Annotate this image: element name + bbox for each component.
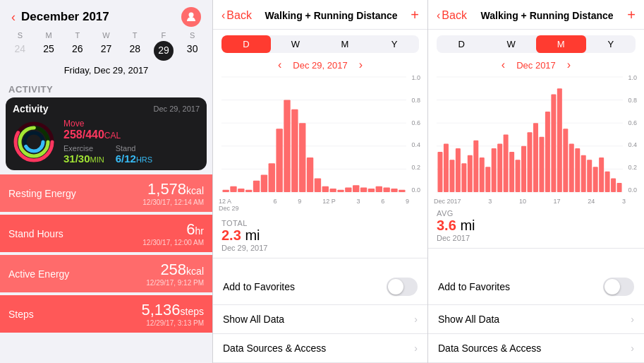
- metric-value: 1,578kcal: [142, 180, 204, 198]
- svg-rect-27: [329, 189, 336, 192]
- svg-rect-43: [437, 152, 442, 192]
- option-label: Add to Favorites: [223, 281, 295, 292]
- chart-svg: [434, 74, 638, 205]
- option-label: Show All Data: [438, 314, 499, 325]
- middle-back-button[interactable]: ‹ Back: [221, 9, 252, 22]
- tab-month[interactable]: M: [536, 35, 586, 53]
- svg-rect-72: [611, 178, 616, 192]
- option-favorites: Add to Favorites: [213, 269, 427, 305]
- chevron-right-icon: ›: [414, 343, 418, 354]
- svg-rect-23: [299, 123, 305, 192]
- tab-month[interactable]: M: [320, 35, 370, 53]
- svg-rect-19: [269, 163, 275, 192]
- toggle-knob: [604, 279, 620, 294]
- tab-year[interactable]: Y: [370, 35, 419, 53]
- stand-label: Stand: [116, 144, 152, 153]
- metric-value: 258kcal: [146, 261, 204, 279]
- cal-day[interactable]: 24: [6, 41, 35, 61]
- svg-rect-30: [353, 185, 359, 192]
- cal-day[interactable]: 28: [121, 41, 150, 61]
- svg-rect-63: [557, 88, 562, 192]
- avg-value: 3.6 mi: [437, 218, 636, 234]
- svg-rect-57: [521, 146, 526, 192]
- option-favorites: Add to Favorites: [428, 269, 644, 305]
- next-date-button[interactable]: ›: [567, 59, 571, 71]
- svg-rect-48: [468, 155, 473, 192]
- cal-day-selected[interactable]: 29: [154, 41, 174, 61]
- right-date-nav: ‹ Dec 2017 ›: [428, 56, 644, 74]
- svg-rect-50: [480, 157, 485, 192]
- tab-day[interactable]: D: [437, 35, 487, 53]
- total-sublabel: Dec 29, 2017: [221, 244, 419, 252]
- middle-chart-total: TOTAL 2.3 mi Dec 29, 2017: [213, 215, 427, 258]
- metric-label: Active Energy: [8, 268, 69, 280]
- avg-sublabel: Dec 2017: [437, 234, 636, 242]
- svg-rect-22: [291, 109, 298, 192]
- svg-rect-14: [230, 186, 236, 192]
- tab-week[interactable]: W: [487, 35, 537, 53]
- svg-rect-35: [391, 189, 397, 192]
- middle-panel-header: ‹ Back Walking + Running Distance +: [213, 0, 427, 30]
- option-show-all[interactable]: Show All Data ›: [428, 305, 644, 334]
- chevron-right-icon: ›: [414, 314, 418, 325]
- metric-steps[interactable]: Steps 5,136steps 12/29/17, 3:13 PM: [0, 295, 212, 333]
- svg-rect-13: [222, 190, 229, 192]
- chart-svg: [219, 74, 422, 205]
- right-back-button[interactable]: ‹ Back: [437, 9, 467, 22]
- middle-time-tabs: D W M Y: [221, 35, 419, 53]
- move-label: Move: [63, 119, 200, 129]
- cal-day[interactable]: 27: [92, 41, 121, 61]
- favorites-toggle[interactable]: [387, 278, 418, 296]
- right-add-button[interactable]: +: [627, 7, 636, 23]
- metric-label: Resting Energy: [8, 188, 76, 199]
- metric-stand-hours[interactable]: Stand Hours 6hr 12/30/17, 12:00 AM: [0, 215, 212, 252]
- total-value: 2.3 mi: [221, 227, 419, 244]
- calendar-grid: S M T W T F S 24 25 26 27 28 29 30: [0, 30, 212, 64]
- option-data-sources[interactable]: Data Sources & Access ›: [428, 334, 644, 363]
- option-data-sources[interactable]: Data Sources & Access ›: [213, 334, 427, 363]
- svg-rect-34: [383, 187, 389, 192]
- svg-rect-29: [345, 187, 351, 192]
- user-icon[interactable]: [181, 7, 201, 27]
- middle-add-button[interactable]: +: [411, 7, 419, 23]
- svg-rect-20: [276, 129, 282, 192]
- tab-year[interactable]: Y: [586, 35, 636, 53]
- metric-active-energy[interactable]: Active Energy 258kcal 12/29/17, 9:12 PM: [0, 255, 212, 292]
- total-label: TOTAL: [221, 219, 419, 227]
- metric-right: 6hr 12/30/17, 12:00 AM: [142, 220, 204, 246]
- svg-rect-47: [461, 163, 466, 192]
- exercise-stand: Exercise 31/30MIN Stand 6/12HRS: [63, 144, 200, 165]
- svg-rect-46: [456, 148, 461, 192]
- metric-label: Steps: [8, 309, 34, 320]
- favorites-toggle[interactable]: [603, 278, 634, 296]
- cal-day[interactable]: 25: [35, 41, 63, 61]
- metric-time: 12/29/17, 9:12 PM: [146, 279, 204, 287]
- tab-day[interactable]: D: [221, 35, 271, 53]
- date-nav-label: Dec 29, 2017: [293, 60, 347, 71]
- cal-day[interactable]: 26: [63, 41, 92, 61]
- svg-rect-44: [444, 144, 449, 192]
- stand-item: Stand 6/12HRS: [116, 144, 152, 165]
- y-axis-labels: 1.0 0.8 0.6 0.4 0.2 0.0: [628, 74, 638, 194]
- svg-rect-65: [569, 144, 574, 192]
- option-label: Data Sources & Access: [438, 343, 541, 354]
- metric-label: Stand Hours: [8, 228, 63, 239]
- prev-date-button[interactable]: ‹: [502, 59, 505, 71]
- metric-resting-energy[interactable]: Resting Energy 1,578kcal 12/30/17, 12:14…: [0, 174, 212, 212]
- svg-rect-32: [368, 189, 375, 192]
- svg-rect-21: [284, 100, 290, 192]
- chevron-right-icon: ›: [631, 343, 634, 354]
- prev-month-button[interactable]: ‹: [11, 10, 16, 25]
- svg-rect-55: [509, 152, 514, 192]
- prev-date-button[interactable]: ‹: [278, 59, 281, 71]
- next-date-button[interactable]: ›: [359, 59, 363, 71]
- activity-card-date: Dec 29, 2017: [154, 105, 200, 113]
- cal-day[interactable]: 30: [178, 41, 207, 61]
- chevron-right-icon: ›: [631, 314, 634, 325]
- svg-rect-59: [533, 123, 538, 192]
- option-show-all[interactable]: Show All Data ›: [213, 305, 427, 334]
- svg-rect-58: [527, 132, 532, 192]
- svg-rect-52: [492, 148, 497, 192]
- tab-week[interactable]: W: [271, 35, 320, 53]
- metric-right: 1,578kcal 12/30/17, 12:14 AM: [142, 180, 204, 206]
